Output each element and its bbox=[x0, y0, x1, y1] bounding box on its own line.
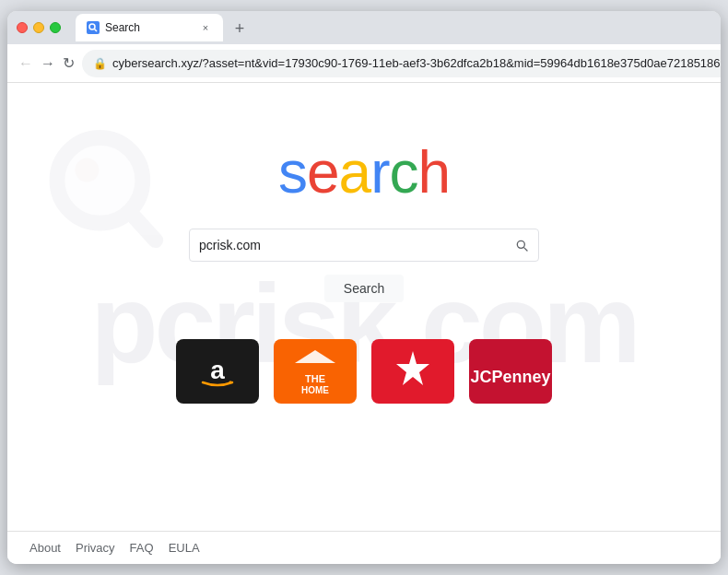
svg-marker-9 bbox=[295, 350, 335, 363]
shortcut-macys[interactable] bbox=[371, 339, 454, 404]
svg-text:THE: THE bbox=[305, 372, 325, 383]
svg-text:HOME: HOME bbox=[301, 384, 329, 394]
svg-text:DEPOT: DEPOT bbox=[299, 395, 331, 396]
search-input[interactable] bbox=[199, 238, 507, 252]
nav-bar: ← → ↻ 🔒 cybersearch.xyz/?asset=nt&vid=17… bbox=[7, 44, 721, 83]
lock-icon: 🔒 bbox=[93, 57, 107, 70]
back-button[interactable]: ← bbox=[18, 51, 33, 76]
tab-bar: Search × + bbox=[76, 14, 711, 41]
faq-link[interactable]: FAQ bbox=[130, 541, 154, 555]
refresh-button[interactable]: ↻ bbox=[63, 51, 75, 76]
page-content: pcrisk.com search Search bbox=[7, 83, 721, 564]
refresh-icon: ↻ bbox=[63, 54, 75, 72]
tab-close-button[interactable]: × bbox=[199, 21, 212, 34]
active-tab[interactable]: Search × bbox=[76, 14, 223, 41]
traffic-lights bbox=[17, 22, 61, 33]
title-bar: Search × + bbox=[7, 11, 721, 44]
page-footer: About Privacy FAQ EULA bbox=[7, 531, 721, 564]
jcpenney-logo-icon: JCPenney bbox=[469, 339, 552, 404]
close-window-button[interactable] bbox=[17, 22, 28, 33]
search-box bbox=[189, 229, 539, 262]
new-tab-button[interactable]: + bbox=[227, 16, 252, 41]
svg-point-0 bbox=[89, 24, 95, 29]
tab-favicon-icon bbox=[87, 21, 100, 34]
forward-icon: → bbox=[41, 55, 55, 72]
shortcut-homedepot[interactable]: THE HOME DEPOT bbox=[274, 339, 357, 404]
privacy-link[interactable]: Privacy bbox=[76, 541, 115, 555]
logo-letter-h: h bbox=[417, 139, 450, 205]
tab-title-text: Search bbox=[105, 21, 194, 34]
minimize-window-button[interactable] bbox=[33, 22, 44, 33]
logo-letter-s: s bbox=[278, 139, 307, 205]
svg-marker-10 bbox=[396, 351, 429, 385]
search-button[interactable]: Search bbox=[324, 275, 404, 302]
shortcut-jcpenney[interactable]: JCPenney bbox=[469, 339, 552, 404]
search-logo: search bbox=[278, 138, 450, 206]
search-submit-icon[interactable] bbox=[514, 238, 529, 252]
logo-letter-c: c bbox=[389, 139, 417, 205]
shortcuts-row: a THE HOME DEPOT bbox=[176, 339, 552, 404]
back-icon: ← bbox=[18, 55, 33, 72]
main-content: search Search a bbox=[7, 138, 721, 404]
logo-letter-e: e bbox=[307, 139, 339, 205]
forward-button[interactable]: → bbox=[41, 51, 55, 76]
address-text: cybersearch.xyz/?asset=nt&vid=17930c90-1… bbox=[112, 56, 721, 70]
homedepot-logo-icon: THE HOME DEPOT bbox=[288, 346, 343, 397]
shortcut-amazon[interactable]: a bbox=[176, 339, 259, 404]
logo-letter-a: a bbox=[339, 139, 371, 205]
svg-text:JCPenney: JCPenney bbox=[470, 368, 550, 386]
browser-window: Search × + ← → ↻ 🔒 cybersearch.xyz/?asse… bbox=[7, 11, 721, 564]
eula-link[interactable]: EULA bbox=[169, 541, 200, 555]
address-bar[interactable]: 🔒 cybersearch.xyz/?asset=nt&vid=17930c90… bbox=[82, 50, 721, 77]
macys-logo-icon bbox=[385, 344, 440, 399]
svg-line-1 bbox=[95, 29, 98, 32]
about-link[interactable]: About bbox=[29, 541, 61, 555]
maximize-window-button[interactable] bbox=[50, 22, 61, 33]
svg-text:a: a bbox=[210, 356, 225, 384]
amazon-logo-icon: a bbox=[190, 353, 245, 390]
logo-letter-r: r bbox=[370, 139, 389, 205]
